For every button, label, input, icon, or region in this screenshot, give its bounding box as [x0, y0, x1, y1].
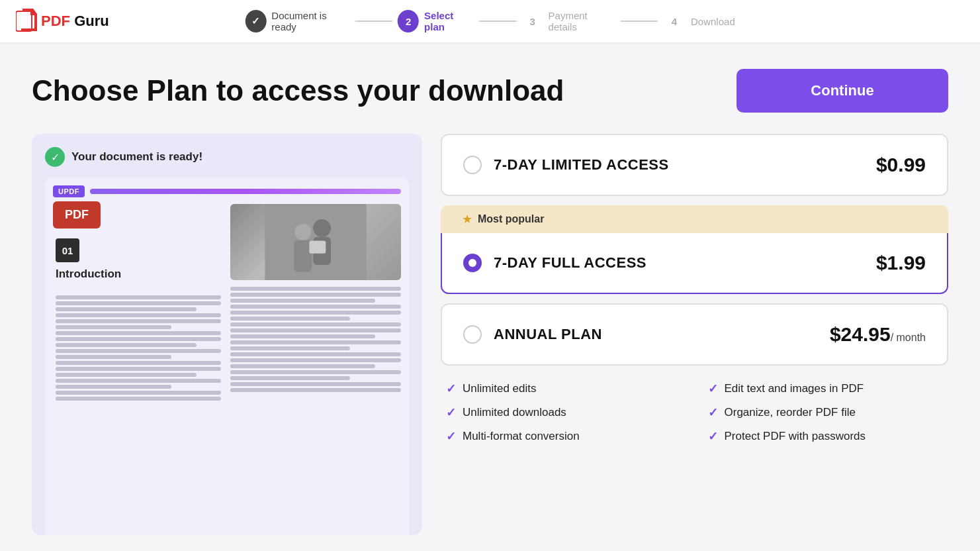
- text-line: [56, 379, 221, 383]
- step-2-label: Select plan: [424, 10, 474, 32]
- plan-card-7day-full[interactable]: 7-DAY FULL ACCESS $1.99: [441, 233, 948, 294]
- doc-inner: UPDF PDF 01 Introduction: [45, 177, 409, 535]
- text-line: [56, 295, 221, 299]
- feature-text-3: Unlimited downloads: [463, 406, 566, 419]
- text-line: [56, 325, 171, 329]
- check-icon-1: ✓: [446, 381, 456, 396]
- svg-point-4: [294, 224, 311, 240]
- step-1: ✓ Document is ready: [245, 10, 349, 32]
- svg-point-2: [313, 219, 331, 237]
- step-3-label: Payment details: [549, 10, 615, 32]
- step-2-circle: 2: [398, 10, 419, 32]
- continue-button[interactable]: Continue: [736, 69, 948, 113]
- text-line: [230, 293, 401, 297]
- radio-7day-full[interactable]: [463, 254, 482, 272]
- most-popular-banner: ★ Most popular: [441, 205, 948, 233]
- connector-1-2: [355, 21, 392, 22]
- plan-card-left-annual: ANNUAL PLAN: [463, 325, 602, 344]
- doc-image: [230, 204, 401, 280]
- step-1-label: Document is ready: [271, 10, 349, 32]
- text-line: [56, 319, 221, 323]
- feature-text-2: Edit text and images in PDF: [725, 382, 864, 395]
- feature-text-5: Multi-format conversion: [463, 430, 580, 443]
- doc-pdf-badge: PDF: [53, 201, 101, 228]
- doc-ready-icon: ✓: [45, 147, 65, 167]
- text-line: [56, 307, 197, 311]
- document-preview: ✓ Your document is ready! UPDF PDF 01 In…: [32, 134, 422, 535]
- text-line: [230, 305, 401, 309]
- doc-content-grid: 01 Introduction: [53, 204, 401, 401]
- text-line: [56, 385, 171, 389]
- check-icon-5: ✓: [446, 429, 456, 444]
- step-4-label: Download: [691, 16, 735, 27]
- text-line: [230, 352, 401, 356]
- check-icon-6: ✓: [708, 429, 718, 444]
- doc-text-lines-right: [230, 287, 401, 392]
- text-line: [56, 361, 221, 365]
- plan-price-annual: $24.95/ month: [830, 323, 926, 346]
- star-icon: ★: [462, 212, 472, 226]
- feature-text-4: Organize, reorder PDF file: [725, 406, 856, 419]
- doc-section-title: Introduction: [56, 268, 221, 281]
- feature-text-1: Unlimited edits: [463, 382, 537, 395]
- step-1-circle: ✓: [245, 10, 266, 32]
- doc-section-right: [230, 204, 401, 401]
- text-line: [56, 355, 171, 359]
- text-line: [230, 311, 401, 315]
- text-line: [230, 340, 401, 344]
- feature-item-3: ✓ Unlimited downloads: [446, 405, 682, 420]
- text-line: [56, 337, 221, 341]
- doc-text-lines-left: [56, 295, 221, 401]
- feature-item-2: ✓ Edit text and images in PDF: [708, 381, 944, 396]
- text-line: [56, 349, 221, 353]
- connector-2-3: [479, 21, 517, 22]
- main: Choose Plan to access your download Cont…: [0, 42, 980, 551]
- logo: PDF Guru: [16, 9, 109, 34]
- plan-price-7day-full: $1.99: [876, 252, 926, 274]
- svg-rect-6: [309, 241, 326, 254]
- plans-area: 7-DAY LIMITED ACCESS $0.99 ★ Most popula…: [441, 134, 948, 450]
- text-line: [230, 376, 350, 380]
- text-line: [230, 382, 401, 386]
- text-line: [230, 299, 375, 303]
- text-line: [56, 373, 197, 377]
- plan-name-7day-full: 7-DAY FULL ACCESS: [494, 254, 646, 272]
- plan-card-popular-wrapper: ★ Most popular 7-DAY FULL ACCESS $1.99: [441, 205, 948, 294]
- plan-card-left: 7-DAY LIMITED ACCESS: [463, 156, 669, 174]
- plan-name-annual: ANNUAL PLAN: [494, 326, 602, 343]
- text-line: [56, 301, 221, 305]
- text-line: [56, 391, 221, 395]
- feature-item-4: ✓ Organize, reorder PDF file: [708, 405, 944, 420]
- text-line: [56, 343, 197, 347]
- logo-icon: [16, 9, 37, 34]
- svg-rect-0: [16, 11, 32, 31]
- header: PDF Guru ✓ Document is ready 2 Select pl…: [0, 0, 980, 42]
- radio-7day-limited[interactable]: [463, 156, 482, 174]
- connector-3-4: [620, 21, 658, 22]
- text-line: [230, 358, 401, 362]
- plan-card-7day-limited[interactable]: 7-DAY LIMITED ACCESS $0.99: [441, 134, 948, 196]
- step-4: 4 Download: [663, 10, 735, 32]
- radio-annual[interactable]: [463, 325, 482, 344]
- feature-item-6: ✓ Protect PDF with passwords: [708, 429, 944, 444]
- text-line: [230, 346, 350, 350]
- feature-item-1: ✓ Unlimited edits: [446, 381, 682, 396]
- feature-item-5: ✓ Multi-format conversion: [446, 429, 682, 444]
- text-line: [230, 317, 350, 321]
- svg-rect-5: [294, 240, 312, 272]
- step-3-circle: 3: [522, 10, 543, 32]
- doc-num-badge: 01: [56, 238, 79, 262]
- doc-progress-bar: [90, 189, 401, 194]
- plan-card-annual[interactable]: ANNUAL PLAN $24.95/ month: [441, 303, 948, 366]
- plan-price-7day-limited: $0.99: [876, 154, 926, 176]
- check-icon-3: ✓: [446, 405, 456, 420]
- doc-top-bar: UPDF: [53, 185, 401, 197]
- text-line: [230, 370, 401, 374]
- plan-name-7day-limited: 7-DAY LIMITED ACCESS: [494, 156, 669, 174]
- text-line: [56, 397, 221, 401]
- text-line: [56, 367, 221, 371]
- page-title: Choose Plan to access your download: [32, 75, 564, 107]
- stepper: ✓ Document is ready 2 Select plan 3 Paym…: [245, 10, 735, 32]
- doc-ready-banner: ✓ Your document is ready!: [45, 147, 409, 167]
- logo-text: PDF Guru: [41, 13, 109, 30]
